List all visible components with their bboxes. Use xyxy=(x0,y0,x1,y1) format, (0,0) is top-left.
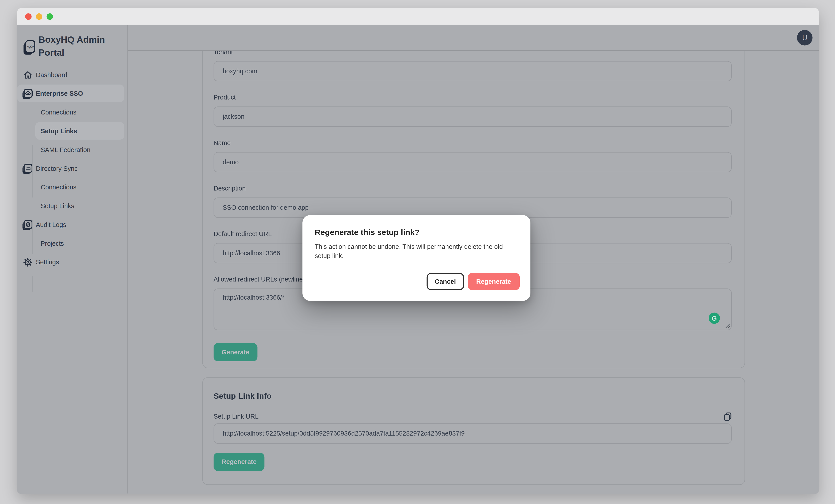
generate-button[interactable]: Generate xyxy=(213,343,258,361)
sidebar-item-enterprise-sso[interactable]: Enterprise SSO xyxy=(17,84,124,102)
sidebar-item-saml-federation[interactable]: SAML Federation xyxy=(17,141,127,159)
textarea-resize-handle[interactable] xyxy=(725,323,730,329)
sidebar-item-directory-sync[interactable]: Directory Sync xyxy=(17,159,127,177)
sidebar-item-label: Enterprise SSO xyxy=(36,90,83,97)
submenu-connector xyxy=(32,145,33,198)
submenu-connector xyxy=(32,220,33,254)
product-label: Product xyxy=(213,93,732,102)
sidebar-item-label: Connections xyxy=(41,183,77,191)
sidebar-item-label: Settings xyxy=(36,258,59,266)
product-input[interactable] xyxy=(213,106,732,127)
sidebar-item-audit-logs[interactable]: Audit Logs xyxy=(17,216,127,234)
regenerate-confirm-button[interactable]: Regenerate xyxy=(468,273,520,290)
setup-link-url-label: Setup Link URL xyxy=(213,412,259,421)
home-icon xyxy=(23,70,33,79)
minimize-window-button[interactable] xyxy=(36,13,42,20)
description-label: Description xyxy=(213,184,732,193)
sidebar-item-dashboard[interactable]: Dashboard xyxy=(17,66,127,83)
modal-actions: Cancel Regenerate xyxy=(427,273,520,290)
user-avatar[interactable]: U xyxy=(797,30,812,45)
setup-link-info-card: Setup Link Info Setup Link URL xyxy=(202,377,745,485)
sidebar-item-dsync-connections[interactable]: Connections xyxy=(17,178,127,196)
tenant-input[interactable] xyxy=(213,61,732,81)
sidebar-item-label: Dashboard xyxy=(36,71,67,79)
sidebar-item-sso-setup-links[interactable]: Setup Links xyxy=(35,122,124,140)
name-input[interactable] xyxy=(213,152,732,173)
window-titlebar xyxy=(17,8,819,25)
sidebar-item-sso-connections[interactable]: Connections xyxy=(17,103,127,121)
sidebar-item-label: Setup Links xyxy=(41,202,74,210)
setup-link-form-card: Tenant Product Name Description Default … xyxy=(202,51,745,368)
sidebar-item-projects[interactable]: Projects xyxy=(17,234,127,252)
sidebar-item-settings[interactable]: Settings xyxy=(17,253,127,271)
setup-link-info-heading: Setup Link Info xyxy=(213,391,732,401)
setup-link-url-input[interactable] xyxy=(213,423,732,444)
clipboard-keycap-icon xyxy=(23,220,33,229)
sidebar-item-dsync-setup-links[interactable]: Setup Links xyxy=(17,197,127,215)
regenerate-button[interactable]: Regenerate xyxy=(213,453,265,471)
sidebar-item-label: SAML Federation xyxy=(41,146,90,154)
sidebar-item-label: Connections xyxy=(41,108,77,116)
name-label: Name xyxy=(213,139,732,148)
topbar: U xyxy=(128,25,819,51)
close-window-button[interactable] xyxy=(25,13,32,20)
sso-cloud-keycap-icon xyxy=(23,88,33,98)
sidebar-nav: Dashboard Enterprise SSO xyxy=(17,66,127,271)
modal-body: This action cannot be undone. This will … xyxy=(314,242,512,261)
sidebar-item-label: Setup Links xyxy=(41,127,77,135)
tenant-label: Tenant xyxy=(213,51,732,57)
regenerate-confirm-modal: Regenerate this setup link? This action … xyxy=(302,215,530,301)
gear-icon xyxy=(23,257,33,267)
folder-keycap-icon xyxy=(23,163,33,173)
setup-link-url-row: Setup Link URL xyxy=(213,412,732,421)
sidebar-item-label: Audit Logs xyxy=(36,221,66,228)
submenu-connector xyxy=(32,276,33,291)
cancel-button[interactable]: Cancel xyxy=(427,273,464,290)
maximize-window-button[interactable] xyxy=(46,13,53,20)
modal-title: Regenerate this setup link? xyxy=(314,227,518,237)
sidebar-item-label: Directory Sync xyxy=(36,165,78,172)
app-logo: </> BoxyHQ Admin Portal xyxy=(17,25,127,66)
sidebar-item-label: Projects xyxy=(41,240,64,247)
app-title: BoxyHQ Admin Portal xyxy=(38,34,119,59)
description-input[interactable] xyxy=(213,198,732,218)
copy-icon[interactable] xyxy=(724,412,732,421)
grammarly-icon[interactable]: G xyxy=(709,313,720,324)
screen: </> BoxyHQ Admin Portal Dashbo xyxy=(0,0,835,504)
sidebar: </> BoxyHQ Admin Portal Dashbo xyxy=(17,25,128,493)
boxyhq-logo-icon: </> xyxy=(25,40,35,53)
